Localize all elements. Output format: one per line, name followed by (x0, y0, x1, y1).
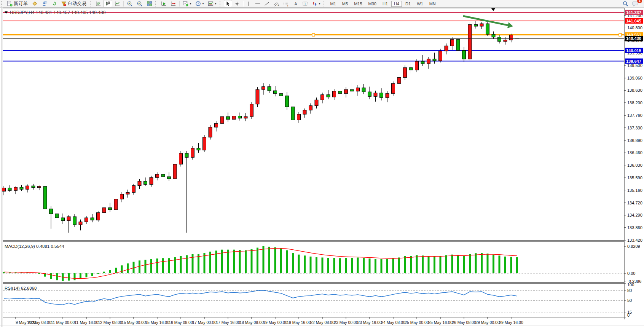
new-chart-icon (183, 1, 188, 6)
timeframe-button-w1[interactable]: W1 (414, 1, 426, 7)
chart-shift-icon (171, 1, 176, 6)
signals-button[interactable] (50, 0, 59, 7)
toolbar-grip[interactable] (220, 1, 222, 6)
time-axis-label: 24 May 08:00 (381, 320, 405, 325)
macd-histogram-bar (345, 258, 347, 273)
chart-shift-button[interactable] (169, 0, 178, 7)
timeframe-button-m15[interactable]: M15 (351, 1, 365, 7)
macd-histogram-bar (245, 250, 247, 273)
crosshair-button[interactable] (233, 0, 241, 7)
text-button[interactable]: A (292, 0, 300, 7)
macd-histogram-bar (174, 257, 176, 273)
chart-title: USDJPY,H4 140.431 140.457 140.405 140.43… (10, 10, 106, 15)
vertical-line-button[interactable] (245, 0, 253, 7)
macd-histogram-bar (115, 268, 117, 273)
new-order-icon (7, 1, 13, 6)
auto-trading-button[interactable]: 自动交易 (59, 0, 88, 7)
market-button[interactable] (30, 0, 39, 7)
dropdown-caret: ▾ (202, 2, 204, 5)
timeframe-button-d1[interactable]: D1 (403, 1, 413, 7)
trendline-button[interactable] (263, 0, 271, 7)
candle (250, 102, 253, 119)
horizontal-line-button[interactable] (253, 0, 262, 7)
time-axis-label: 23 May 16:00 (357, 320, 382, 325)
macd-histogram-bar (304, 255, 306, 273)
community-button[interactable] (40, 0, 49, 7)
chart-area[interactable]: 141.230140.800140.370139.930139.500139.0… (0, 0, 644, 327)
rsi-axis-label: 80 (627, 288, 632, 293)
candlestick-chart-button[interactable] (104, 0, 112, 7)
timeframe-button-mn[interactable]: MN (427, 1, 438, 7)
macd-histogram-bar (15, 272, 17, 273)
price-axis-label: 140.800 (627, 26, 642, 30)
toolbar-grip[interactable] (324, 1, 326, 6)
candle (486, 22, 489, 36)
auto-scroll-button[interactable] (159, 0, 168, 7)
macd-histogram-bar (263, 246, 265, 273)
macd-histogram-bar (162, 258, 164, 273)
macd-histogram-bar (127, 263, 129, 273)
community-person-icon (41, 1, 48, 6)
text-label-button[interactable]: T (301, 0, 309, 7)
tile-windows-button[interactable] (145, 0, 154, 7)
macd-histogram-bar (493, 255, 494, 273)
time-axis-label: 11 May 16:00 (75, 320, 99, 325)
horizontal-line-icon (255, 1, 260, 6)
search-button[interactable] (621, 0, 630, 7)
line-drag-handle[interactable] (312, 33, 315, 36)
toolbar-grip[interactable] (1, 1, 4, 6)
price-axis-label: 136.030 (627, 163, 642, 167)
toolbar-grip[interactable] (155, 1, 158, 6)
timeframe-button-m30[interactable]: M30 (366, 1, 379, 7)
time-axis-label: 25 May 16:00 (428, 320, 453, 325)
new-chart-button[interactable]: ▾ (181, 0, 193, 7)
dropdown-caret: ▾ (319, 2, 320, 5)
macd-histogram-bar (233, 250, 235, 273)
new-order-button[interactable]: 新订单 (5, 0, 30, 7)
time-axis-label: 26 May 08:00 (452, 320, 476, 325)
macd-histogram-bar (227, 250, 229, 273)
svg-text:E: E (277, 4, 279, 6)
arrows-button[interactable]: ▾ (310, 0, 322, 7)
macd-histogram-bar (475, 253, 477, 273)
candle (173, 162, 177, 180)
macd-histogram-bar (333, 258, 335, 273)
line-drag-handle[interactable] (619, 33, 622, 36)
timeframe-button-h4[interactable]: H4 (391, 1, 402, 7)
current-price-badge-text: 140.430 (626, 36, 641, 41)
macd-histogram-bar (445, 255, 447, 273)
macd-histogram-bar (145, 260, 147, 273)
timeframe-button-m5[interactable]: M5 (340, 1, 351, 7)
price-axis-label: 135.590 (627, 175, 642, 180)
macd-histogram-bar (280, 248, 282, 273)
notifications-button[interactable]: 1 (631, 0, 640, 7)
macd-histogram-bar (274, 247, 276, 273)
macd-histogram-bar (322, 257, 324, 273)
zoom-out-button[interactable] (135, 0, 144, 7)
price-axis-label: 135.160 (627, 188, 642, 193)
candle (179, 151, 183, 167)
line-chart-button[interactable] (113, 0, 122, 7)
timeframe-button-h1[interactable]: H1 (380, 1, 391, 7)
bar-chart-button[interactable] (94, 0, 103, 7)
macd-histogram-bar (109, 270, 111, 273)
price-axis-label: 133.860 (627, 225, 642, 230)
price-axis-label: 139.060 (627, 76, 642, 80)
price-badge-140.015-text: 140.015 (626, 48, 641, 53)
templates-button[interactable]: ▾ (206, 0, 218, 7)
toolbar: 新订单 自动交易 (0, 0, 644, 8)
candle (256, 87, 259, 107)
macd-histogram-bar (268, 247, 270, 273)
macd-histogram-bar (91, 273, 93, 276)
time-axis-label: 15 May 00:00 (121, 320, 146, 325)
timeframe-button-m1[interactable]: M1 (328, 1, 339, 7)
auto-trading-icon (61, 1, 67, 6)
zoom-in-button[interactable] (125, 0, 134, 7)
toolbar-grip[interactable] (90, 1, 92, 6)
macd-histogram-bar (499, 255, 501, 273)
equidistant-channel-button[interactable]: E (272, 0, 281, 7)
cursor-button[interactable] (224, 0, 232, 7)
periods-button[interactable]: ▾ (194, 0, 206, 7)
candle (114, 197, 118, 212)
fibonacci-button[interactable]: F (282, 0, 291, 7)
